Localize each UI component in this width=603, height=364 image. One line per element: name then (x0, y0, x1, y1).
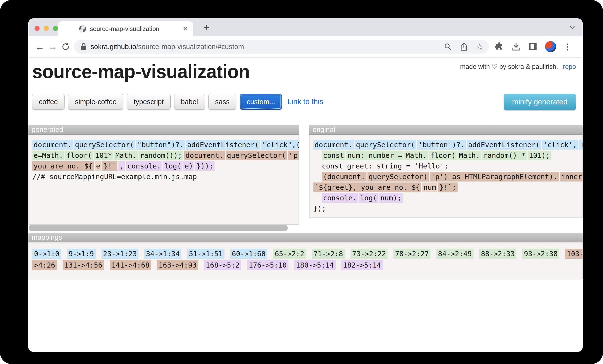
example-button-coffee[interactable]: coffee (32, 94, 65, 110)
mapping-chip[interactable]: 71->2:8 (312, 249, 345, 259)
example-button-typescript[interactable]: typescript (127, 94, 170, 110)
mapping-chip[interactable]: 176->5:10 (247, 260, 288, 270)
mapping-chip[interactable]: 60->1:60 (230, 249, 267, 259)
browser-menu-kebab-icon[interactable]: ⋮ (563, 42, 572, 51)
mapping-chip[interactable]: 51->1:51 (187, 249, 224, 259)
download-icon[interactable] (511, 42, 521, 51)
horizontal-scrollbar-thumb[interactable] (29, 225, 288, 231)
share-icon[interactable] (460, 42, 468, 51)
mapping-chip[interactable]: >4:26 (32, 260, 57, 270)
example-button-simple-coffee[interactable]: simple-coffee (68, 94, 123, 110)
code-token[interactable]: addEventListener( (186, 140, 260, 150)
code-token[interactable]: floor( (429, 151, 457, 160)
link-to-this[interactable]: Link to this (288, 97, 323, 106)
close-window-button[interactable] (35, 26, 40, 31)
mapping-chip[interactable]: 78->2:27 (393, 249, 430, 259)
code-token[interactable]: num: number = (346, 151, 404, 160)
code-token[interactable]: 101* (94, 151, 113, 160)
forward-button[interactable]: → (46, 40, 59, 53)
repo-link[interactable]: repo (563, 63, 576, 70)
mapping-chip[interactable]: 131->4:56 (63, 260, 104, 270)
code-token[interactable]: })); (195, 161, 215, 171)
code-token[interactable]: random()); (139, 151, 183, 160)
code-token[interactable]: 'p') as HTMLParagraphElement). (430, 172, 559, 182)
code-token[interactable]: , (118, 161, 125, 171)
mapping-chip[interactable]: 65->2:2 (273, 249, 306, 259)
profile-avatar[interactable] (545, 41, 556, 52)
code-token[interactable]: querySelector( (368, 172, 429, 182)
address-bar[interactable]: sokra.github.io/source-map-visualization… (74, 40, 489, 54)
code-token[interactable]: 'button')?. (417, 140, 466, 150)
code-token[interactable]: Math. (114, 151, 138, 160)
code-token[interactable]: document. (313, 140, 354, 150)
search-icon[interactable] (444, 43, 452, 50)
mapping-chip[interactable]: 180->5:14 (294, 260, 336, 270)
code-token[interactable]: `${greet}, you are no. ${ (313, 182, 421, 192)
code-token[interactable]: }!` (103, 161, 117, 171)
mapping-chip[interactable]: 93->2:38 (522, 249, 559, 259)
mapping-chip[interactable]: 0->1:0 (32, 249, 61, 259)
code-token[interactable]: e) (183, 161, 194, 171)
tab-search-chevron-icon[interactable] (569, 24, 576, 31)
code-token[interactable]: document. (184, 151, 225, 160)
mapping-chip[interactable]: 168->5:2 (204, 260, 241, 270)
mapping-chip[interactable]: 103->4:3 (565, 249, 583, 259)
mappings-list: 0->1:09->1:923->1:2334->1:3451->1:5160->… (28, 242, 583, 279)
mapping-chip[interactable]: 23->1:23 (102, 249, 139, 259)
code-token[interactable]: log( (163, 161, 182, 171)
minimize-window-button[interactable] (44, 26, 49, 31)
mapping-chip[interactable]: 34->1:34 (144, 249, 181, 259)
code-token[interactable]: num); (379, 193, 403, 203)
minify-generated-button[interactable]: minify generated (504, 94, 576, 110)
code-token[interactable]: random() * (482, 151, 527, 160)
mapping-chip[interactable]: 73->2:22 (350, 249, 388, 259)
code-token[interactable]: document. (32, 140, 73, 150)
code-token[interactable]: console. (322, 193, 358, 203)
code-token[interactable]: () => { (579, 140, 583, 150)
code-token[interactable]: querySelector( (226, 151, 287, 160)
tab-close-icon[interactable]: ✕ (182, 26, 188, 32)
code-token[interactable]: floor( (65, 151, 93, 160)
code-token[interactable]: "p"). (288, 151, 299, 160)
code-token[interactable]: log( (359, 193, 378, 203)
code-token[interactable]: 'click', (542, 140, 578, 150)
code-token[interactable]: innerText = (560, 172, 583, 182)
mapping-chip[interactable]: 9->1:9 (67, 249, 96, 259)
mapping-chip[interactable]: 182->5:14 (341, 260, 383, 270)
code-line: `${greet}, you are no. ${num}!`; (313, 182, 579, 193)
reload-button[interactable] (59, 40, 72, 53)
mapping-chip[interactable]: 84->2:49 (436, 249, 474, 259)
fullscreen-window-button[interactable] (53, 26, 58, 31)
code-token[interactable]: e=Math. (32, 151, 64, 160)
bookmark-star-icon[interactable]: ☆ (476, 42, 484, 51)
extensions-puzzle-icon[interactable] (494, 42, 504, 51)
code-line: //# sourceMappingURL=example.min.js.map (32, 171, 295, 182)
side-panel-icon[interactable] (528, 42, 538, 51)
code-line: }); (313, 203, 579, 214)
new-tab-button[interactable]: + (200, 21, 213, 34)
code-token[interactable]: "button")?. (136, 140, 185, 150)
code-token[interactable]: "click",(()=>{ (261, 140, 299, 150)
code-token[interactable]: addEventListener( (467, 140, 541, 150)
original-panel: original document.querySelector('button'… (309, 125, 583, 218)
code-token[interactable]: (document. (322, 172, 367, 182)
code-token[interactable]: you are no. ${ (32, 161, 94, 171)
example-button-custom[interactable]: custom... (240, 94, 282, 110)
code-token[interactable]: 101); (528, 151, 551, 160)
code-token[interactable]: querySelector( (74, 140, 135, 150)
code-token[interactable]: }!`; (438, 182, 458, 192)
browser-tab[interactable]: source-map-visualization ✕ (58, 21, 193, 36)
code-token[interactable]: querySelector( (355, 140, 416, 150)
code-token[interactable]: e (95, 161, 101, 171)
mapping-chip[interactable]: 88->2:33 (479, 249, 517, 259)
mapping-chip[interactable]: 141->4:68 (110, 260, 151, 270)
example-button-babel[interactable]: babel (174, 94, 205, 110)
back-button[interactable]: ← (33, 40, 46, 53)
code-token[interactable]: const (322, 151, 345, 160)
code-token[interactable]: Math. (405, 151, 428, 160)
code-token[interactable]: console. (126, 161, 162, 171)
code-token[interactable]: Math. (458, 151, 481, 160)
example-button-sass[interactable]: sass (209, 94, 236, 110)
mapping-chip[interactable]: 163->4:93 (157, 260, 198, 270)
code-token[interactable]: num (422, 182, 437, 192)
